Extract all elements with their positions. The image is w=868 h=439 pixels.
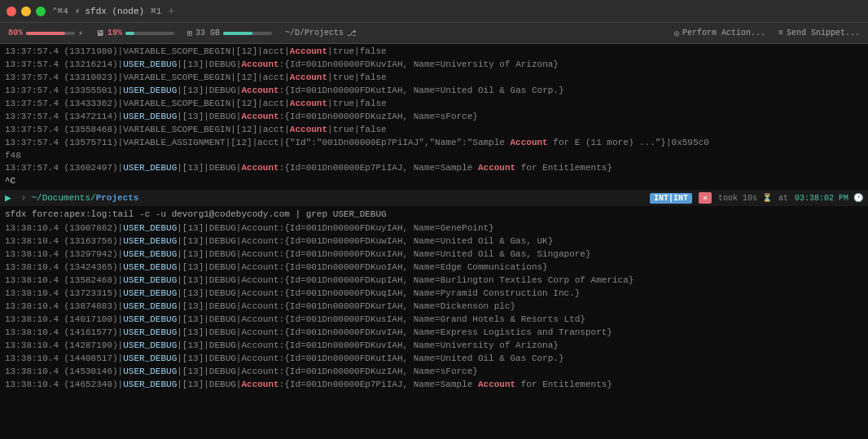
mem-indicator: 🖥 19% <box>96 29 174 38</box>
disk-indicator: ⊞ 33 GB <box>187 29 272 38</box>
prompt-arrow-icon: ▶ <box>5 191 11 204</box>
log-line: 13:38:10.4 (14017100)|USER_DEBUG|[13]|DE… <box>5 314 863 327</box>
log-line: 13:38:10.4 (13723315)|USER_DEBUG|[13]|DE… <box>5 288 863 301</box>
log-line: 13:38:10.4 (14652340)|USER_DEBUG|[13]|DE… <box>5 379 863 392</box>
log-line: 13:37:57.4 (13558468)|VARIABLE_SCOPE_BEG… <box>5 124 863 137</box>
log-line: 13:38:10.4 (13582468)|USER_DEBUG|[13]|DE… <box>5 274 863 288</box>
cpu-icon: ⚡ <box>78 29 83 38</box>
at-label: at <box>778 194 788 203</box>
minimize-button[interactable] <box>21 7 31 16</box>
path-indicator: ~/D/Projects ⎇ <box>285 29 357 38</box>
maximize-button[interactable] <box>36 7 46 16</box>
tab-icon: ⚡ <box>75 6 81 16</box>
branch-icon: ⎇ <box>347 29 357 38</box>
prompt-separator: › <box>21 193 27 203</box>
traffic-lights <box>7 7 46 16</box>
mem-percent: 19% <box>107 29 122 37</box>
log-line: 13:38:10.4 (14530146)|USER_DEBUG|[13]|DE… <box>5 366 863 379</box>
perform-action-button[interactable]: ◎ Perform Action... <box>674 29 765 38</box>
took-label: took 10s ⏳ <box>718 193 772 203</box>
mem-bar-fill <box>125 32 134 35</box>
log-line: 13:38:10.4 (14408517)|USER_DEBUG|[13]|DE… <box>5 353 863 366</box>
terminal-pane: 13:37:57.4 (13171980)|VARIABLE_SCOPE_BEG… <box>0 44 868 439</box>
titlebar-shortcut1: ⌃⌘4 <box>52 6 68 16</box>
new-tab-button[interactable]: + <box>168 5 174 18</box>
log-line: 13:37:57.4 (13575711)|VARIABLE_ASSIGNMEN… <box>5 137 863 150</box>
titlebar: ⌃⌘4 ⚡ sfdx (node) ⌘1 + <box>0 0 868 23</box>
log-line: 13:37:57.4 (13602497)|USER_DEBUG|[13]|DE… <box>5 162 863 175</box>
time-value: 03:38:02 PM 🕐 <box>795 193 863 203</box>
log-line: 13:37:57.4 (13472114)|USER_DEBUG|[13]|DE… <box>5 111 863 124</box>
disk-icon: ⊞ <box>187 29 192 38</box>
prompt-right-section: INT|INT ✕ took 10s ⏳ at 03:38:02 PM 🕐 <box>650 192 863 204</box>
log-line: f48 <box>5 150 863 163</box>
toolbar: 80% ⚡ 🖥 19% ⊞ 33 GB ~/D/Projects ⎇ ◎ Per… <box>0 23 868 44</box>
log-line: 13:37:57.4 (13355501)|USER_DEBUG|[13]|DE… <box>5 85 863 98</box>
prompt-folder: Projects <box>96 193 139 203</box>
disk-bar-fill <box>223 32 252 35</box>
shortcut2-label: ⌘1 <box>151 6 161 16</box>
log-line: 13:38:10.4 (13007862)|USER_DEBUG|[13]|DE… <box>5 222 863 235</box>
snippet-icon: ≡ <box>778 29 783 37</box>
log-line: 13:37:57.4 (13433362)|VARIABLE_SCOPE_BEG… <box>5 98 863 111</box>
int-badge: INT|INT <box>650 193 692 204</box>
log-line: 13:37:57.4 (13171980)|VARIABLE_SCOPE_BEG… <box>5 46 863 59</box>
send-snippet-button[interactable]: ≡ Send Snippet... <box>778 29 860 37</box>
titlebar-shortcut2: ⌘1 <box>151 6 161 16</box>
upper-log-section: 13:37:57.4 (13171980)|VARIABLE_SCOPE_BEG… <box>0 44 868 190</box>
perform-label: Perform Action... <box>682 29 765 37</box>
log-line: 13:38:10.4 (13874883)|USER_DEBUG|[13]|DE… <box>5 301 863 314</box>
tab-label: sfdx (node) <box>85 7 144 16</box>
command-line: sfdx force:apex:log:tail -c -u devorg1@c… <box>5 208 863 222</box>
cpu-bar-fill <box>26 32 65 35</box>
mem-bar <box>125 32 174 35</box>
log-line: 13:38:10.4 (13424365)|USER_DEBUG|[13]|DE… <box>5 261 863 274</box>
cpu-indicator: 80% ⚡ <box>8 29 83 38</box>
prompt-line: ▶ › ~/Documents/Projects INT|INT ✕ took … <box>0 190 868 206</box>
path-label: ~/D/Projects <box>285 29 344 37</box>
mem-icon: 🖥 <box>96 29 104 38</box>
log-line: 13:37:57.4 (13216214)|USER_DEBUG|[13]|DE… <box>5 59 863 72</box>
log-line: 13:38:10.4 (14161577)|USER_DEBUG|[13]|DE… <box>5 327 863 340</box>
log-line: 13:38:10.4 (13163756)|USER_DEBUG|[13]|DE… <box>5 235 863 248</box>
cpu-bar <box>26 32 75 35</box>
disk-label: 33 GB <box>195 29 220 37</box>
shortcut1-label: ⌃⌘4 <box>52 6 68 16</box>
log-line: 13:38:10.4 (14287190)|USER_DEBUG|[13]|DE… <box>5 340 863 353</box>
log-line: 13:38:10.4 (13297942)|USER_DEBUG|[13]|DE… <box>5 248 863 261</box>
titlebar-tab[interactable]: ⚡ sfdx (node) <box>75 6 144 16</box>
snippet-label: Send Snippet... <box>787 29 860 37</box>
command-text: sfdx force:apex:log:tail -c -u devorg1@c… <box>5 209 387 219</box>
ctrl-c-line: ^C <box>5 175 863 188</box>
exit-badge: ✕ <box>699 192 712 204</box>
lower-log-section: sfdx force:apex:log:tail -c -u devorg1@c… <box>0 206 868 439</box>
close-button[interactable] <box>7 7 16 16</box>
perform-icon: ◎ <box>674 29 679 38</box>
disk-bar <box>223 32 272 35</box>
log-line: 13:37:57.4 (13310023)|VARIABLE_SCOPE_BEG… <box>5 72 863 85</box>
cpu-percent: 80% <box>8 29 23 37</box>
prompt-path: ~/Documents/Projects <box>31 193 138 203</box>
